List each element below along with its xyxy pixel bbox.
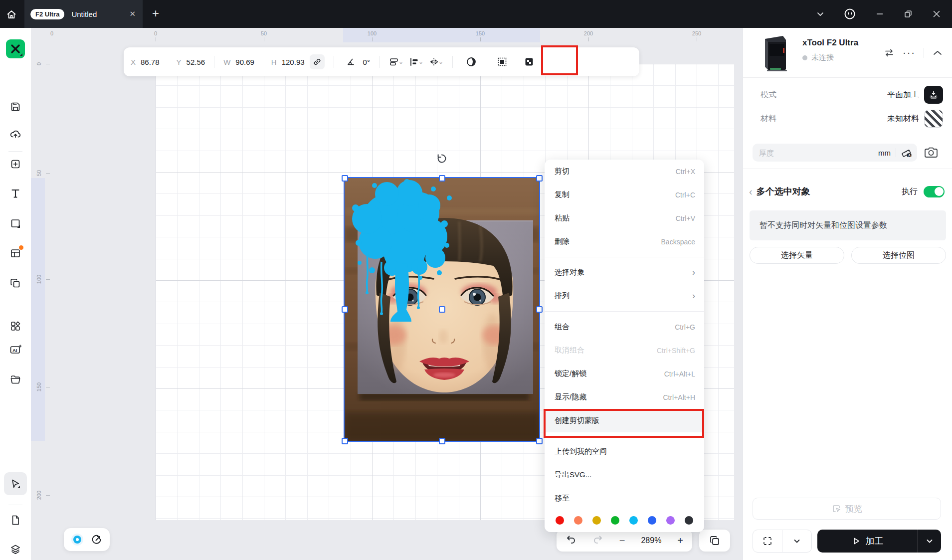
handle-mid-right[interactable] [536, 306, 543, 313]
menu-item-arrange[interactable]: 排列› [545, 284, 704, 308]
save-button[interactable] [4, 95, 27, 118]
menu-item-lock-unlock[interactable]: 锁定/解锁Ctrl+Alt+L [545, 362, 704, 385]
menu-item-select-objects[interactable]: 选择对象› [545, 261, 704, 284]
h-value[interactable]: 120.93 [282, 58, 305, 66]
rotation-button[interactable] [343, 54, 358, 69]
menu-item-export-svg[interactable]: 导出SVG... [545, 463, 704, 487]
xtool-logo-button[interactable] [4, 37, 27, 60]
measure-thickness-button[interactable]: A [901, 147, 912, 158]
duplicate-tool-button[interactable] [4, 272, 27, 295]
color-dot[interactable] [648, 516, 656, 525]
import-button[interactable] [4, 153, 27, 176]
collapse-panel-button[interactable] [932, 47, 943, 58]
files-button[interactable] [4, 368, 27, 391]
pages-button[interactable] [699, 530, 730, 552]
color-dot[interactable] [574, 516, 582, 525]
color-dot[interactable] [666, 516, 675, 525]
color-dot[interactable] [556, 516, 564, 525]
shape-tool-button[interactable] [4, 212, 27, 235]
mode-button[interactable] [924, 86, 943, 104]
menu-item-copy[interactable]: 复制Ctrl+C [545, 183, 704, 206]
menu-item-create-clip-mask[interactable]: 创建剪切蒙版 [545, 409, 704, 432]
dither-button[interactable] [495, 54, 510, 69]
flip-dropdown[interactable]: ⌄ [428, 56, 443, 67]
select-tool-button[interactable] [4, 472, 27, 495]
process-options-chevron[interactable] [918, 538, 941, 545]
rotation-value[interactable]: 0° [363, 58, 370, 66]
layout-tool-button[interactable] [4, 242, 27, 265]
menu-item-cut[interactable]: 剪切Ctrl+X [545, 160, 704, 183]
handle-top-center[interactable] [439, 175, 445, 182]
w-value[interactable]: 90.69 [235, 58, 254, 66]
window-restore-button[interactable] [903, 9, 913, 19]
distribute-dropdown[interactable]: ⌄ [408, 56, 423, 67]
handle-top-right[interactable] [536, 175, 543, 182]
handle-bottom-center[interactable] [439, 438, 445, 444]
ruler-corner-label: 0 [50, 30, 53, 36]
handle-bottom-right[interactable] [536, 438, 543, 444]
menu-item-group[interactable]: 组合Ctrl+G [545, 315, 704, 339]
execute-toggle[interactable] [924, 186, 945, 197]
color-dot[interactable] [685, 516, 693, 525]
zoom-level[interactable]: 289% [641, 536, 661, 545]
zoom-out-button[interactable]: − [619, 535, 625, 547]
align-dropdown[interactable]: ⌄ [388, 56, 403, 67]
menu-item-delete[interactable]: 删除Backspace [545, 230, 704, 253]
selected-image[interactable] [345, 178, 539, 441]
new-tab-button[interactable]: + [149, 6, 163, 20]
text-tool-button[interactable] [4, 182, 27, 205]
contrast-button[interactable] [464, 54, 479, 69]
object-toolbar: X 86.78 Y 52.56 W 90.69 H 120.93 0° ⌄ ⌄ … [124, 47, 639, 76]
window-menu-chevron-icon[interactable] [816, 10, 824, 18]
tab-close-icon[interactable]: ✕ [129, 9, 136, 18]
menu-item-show-hide[interactable]: 显示/隐藏Ctrl+Alt+H [545, 385, 704, 409]
feedback-icon[interactable] [843, 7, 856, 20]
laser-dot-button[interactable] [71, 533, 84, 546]
execute-label: 执行 [902, 187, 918, 197]
handle-top-left[interactable] [342, 175, 348, 182]
tab-untitled[interactable]: F2 Ultra Untitled ✕ [24, 0, 143, 28]
layers-button[interactable] [4, 538, 27, 560]
color-dot[interactable] [629, 516, 638, 525]
import-plus-icon [9, 158, 21, 170]
preview-button[interactable]: 预览 [753, 498, 941, 520]
back-chevron-icon[interactable]: ‹ [749, 186, 753, 197]
x-value[interactable]: 86.78 [141, 58, 160, 66]
lock-ratio-button[interactable] [310, 54, 325, 69]
select-bitmaps-button[interactable]: 选择位图 [851, 247, 946, 264]
frame-options-chevron[interactable] [782, 538, 811, 545]
thickness-input[interactable] [759, 149, 844, 157]
handle-bottom-left[interactable] [342, 438, 348, 444]
vectorize-button[interactable] [522, 54, 537, 69]
locate-button[interactable] [91, 534, 103, 546]
material-swatch[interactable] [924, 110, 943, 128]
menu-item-upload-to-space[interactable]: 上传到我的空间 [545, 440, 704, 463]
home-button[interactable] [4, 7, 19, 22]
rotate-handle[interactable] [436, 153, 448, 165]
zoom-in-button[interactable]: + [677, 535, 683, 547]
menu-item-move-to[interactable]: 移至 [545, 487, 704, 510]
mode-value[interactable]: 平面加工 [887, 90, 919, 100]
frame-button[interactable] [753, 536, 782, 547]
y-value[interactable]: 52.56 [187, 58, 205, 66]
switch-device-button[interactable] [884, 47, 895, 58]
handle-mid-left[interactable] [342, 306, 348, 313]
window-minimize-button[interactable] [875, 9, 884, 18]
chevron-down-icon: ⌄ [438, 58, 443, 65]
menu-item-paste[interactable]: 粘贴Ctrl+V [545, 206, 704, 230]
material-value[interactable]: 未知材料 [887, 114, 919, 124]
window-close-button[interactable] [932, 9, 941, 18]
elements-library-button[interactable] [4, 315, 27, 338]
select-vectors-button[interactable]: 选择矢量 [750, 247, 844, 264]
thickness-field[interactable]: mm A [753, 144, 917, 162]
process-button[interactable]: 加工 [817, 535, 918, 547]
color-dot[interactable] [611, 516, 619, 525]
camera-measure-button[interactable] [924, 146, 939, 160]
color-dot[interactable] [592, 516, 601, 525]
page-button[interactable] [4, 509, 27, 532]
handle-center[interactable] [439, 306, 445, 313]
more-options-button[interactable]: ··· [903, 47, 916, 58]
undo-button[interactable] [566, 535, 576, 546]
ai-image-button[interactable]: AI [4, 338, 27, 361]
cloud-upload-button[interactable] [4, 123, 27, 146]
